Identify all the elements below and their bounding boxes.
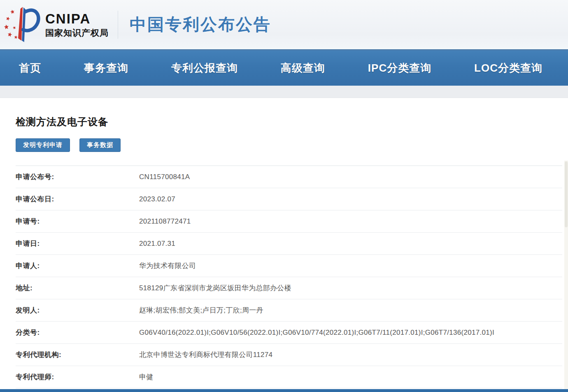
field-label: 申请号:: [16, 217, 139, 226]
tag-transaction-data-button[interactable]: 事务数据: [79, 138, 121, 152]
table-row-address: 地址: 518129广东省深圳市龙岗区坂田华为总部办公楼: [16, 277, 562, 299]
nav-item-gazette-query[interactable]: 专利公报查询: [171, 61, 238, 75]
scrollbar-thumb[interactable]: [565, 161, 568, 227]
field-label: 申请人:: [16, 261, 139, 271]
table-row-publication-number: 申请公布号: CN115700841A: [16, 166, 562, 188]
site-title: 中国专利公布公告: [130, 13, 271, 36]
table-row-publication-date: 申请公布日: 2023.02.07: [16, 188, 562, 210]
cnipa-logo[interactable]: CNIPA 国家知识产权局: [4, 5, 109, 44]
table-row-application-date: 申请日: 2021.07.31: [16, 233, 562, 255]
tag-invention-application-button[interactable]: 发明专利申请: [16, 138, 70, 152]
field-value: 2021.07.31: [139, 240, 562, 248]
field-label: 申请日:: [16, 239, 139, 248]
field-label: 申请公布号:: [16, 172, 139, 182]
field-value: 518129广东省深圳市龙岗区坂田华为总部办公楼: [139, 283, 562, 293]
nav-item-ipc-query[interactable]: IPC分类查询: [368, 61, 431, 75]
field-label: 分类号:: [16, 328, 139, 337]
header-divider: [118, 11, 118, 39]
table-row-application-number: 申请号: 2021108772471: [16, 210, 562, 233]
field-label: 专利代理师:: [16, 372, 139, 382]
cnipa-emblem-icon: [4, 5, 42, 44]
scrollbar[interactable]: [564, 161, 568, 392]
table-row-classification: 分类号: G06V40/16(2022.01)I;G06V10/56(2022.…: [16, 322, 562, 344]
field-value: CN115700841A: [139, 173, 562, 181]
table-row-agency: 专利代理机构: 北京中博世达专利商标代理有限公司11274: [16, 344, 562, 366]
nav-item-home[interactable]: 首页: [19, 61, 41, 75]
field-label: 发明人:: [16, 306, 139, 315]
table-row-applicant: 申请人: 华为技术有限公司: [16, 255, 562, 277]
field-value: G06V40/16(2022.01)I;G06V10/56(2022.01)I;…: [139, 329, 562, 337]
tag-row: 发明专利申请 事务数据: [16, 138, 568, 152]
table-row-inventors: 发明人: 赵琳;胡宏伟;郜文美;卢日万;丁欣;周一丹: [16, 299, 562, 322]
nav-item-transaction-query[interactable]: 事务查询: [84, 61, 128, 75]
site-header: CNIPA 国家知识产权局 中国专利公布公告: [0, 0, 568, 49]
main-nav: 首页 事务查询 专利公报查询 高级查询 IPC分类查询 LOC分类查询: [0, 49, 568, 86]
field-value: 申健: [139, 372, 562, 382]
field-value: 2023.02.07: [139, 195, 562, 203]
logo-org-name: 国家知识产权局: [45, 28, 109, 37]
table-row-agent: 专利代理师: 申健: [16, 366, 562, 388]
patent-title: 检测方法及电子设备: [16, 115, 568, 128]
field-label: 申请公布日:: [16, 194, 139, 204]
field-label: 地址:: [16, 283, 139, 293]
field-value: 赵琳;胡宏伟;郜文美;卢日万;丁欣;周一丹: [139, 306, 562, 315]
patent-fields-table: 申请公布号: CN115700841A 申请公布日: 2023.02.07 申请…: [16, 166, 562, 388]
footer-strip: [0, 389, 568, 392]
patent-detail: 检测方法及电子设备 发明专利申请 事务数据 申请公布号: CN115700841…: [0, 115, 568, 388]
nav-item-loc-query[interactable]: LOC分类查询: [474, 61, 542, 75]
field-value: 2021108772471: [139, 217, 562, 226]
field-label: 专利代理机构:: [16, 350, 139, 359]
sub-header-band: [0, 86, 568, 98]
nav-item-advanced-query[interactable]: 高级查询: [281, 61, 325, 75]
field-value: 华为技术有限公司: [139, 261, 562, 271]
field-value: 北京中博世达专利商标代理有限公司11274: [139, 350, 562, 359]
logo-acronym: CNIPA: [45, 12, 109, 26]
